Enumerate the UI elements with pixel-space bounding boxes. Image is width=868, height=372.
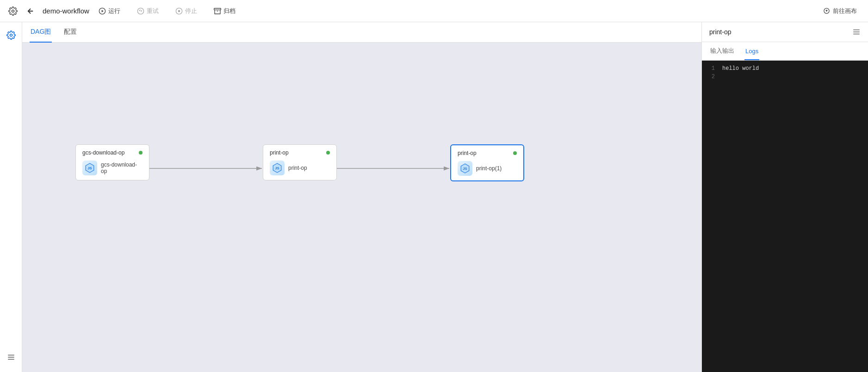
right-panel-menu-icon[interactable] bbox=[852, 28, 861, 36]
right-tab-logs[interactable]: Logs bbox=[744, 43, 759, 60]
gear-icon-top bbox=[7, 6, 19, 17]
logs-panel[interactable]: 1 hello world 2 bbox=[702, 61, 868, 372]
run-button[interactable]: 运行 bbox=[95, 5, 124, 17]
right-panel-title: print-op bbox=[709, 28, 731, 36]
node2-title: print-op bbox=[270, 149, 289, 156]
dag-arrows bbox=[22, 43, 701, 372]
log-line-2: 2 bbox=[707, 74, 862, 80]
left-sidebar bbox=[0, 22, 22, 372]
tab-config[interactable]: 配置 bbox=[63, 22, 78, 43]
top-bar-left: demo-workflow 运行 重试 bbox=[7, 5, 812, 18]
node3-title: print-op bbox=[458, 150, 477, 156]
toolbar-actions: 运行 重试 停止 bbox=[95, 5, 239, 17]
node1-header: gcs-download-op bbox=[82, 149, 143, 156]
node2-status-dot bbox=[326, 151, 330, 155]
dag-node-print-op-1[interactable]: print-op JS print-op(1) bbox=[450, 144, 524, 181]
svg-text:JS: JS bbox=[87, 166, 92, 170]
top-bar: demo-workflow 运行 重试 bbox=[0, 0, 868, 22]
archive-button[interactable]: 归档 bbox=[210, 5, 239, 17]
node2-header: print-op bbox=[270, 149, 330, 156]
right-panel: print-op 输入输出 Logs 1 hello world bbox=[701, 22, 868, 372]
svg-rect-6 bbox=[214, 8, 221, 10]
right-panel-tabs: 输入输出 Logs bbox=[702, 42, 868, 61]
node2-icon: JS bbox=[270, 161, 285, 175]
node3-header: print-op bbox=[458, 150, 517, 156]
goto-canvas-button[interactable]: 前往画布 bbox=[819, 5, 861, 17]
node2-label: print-op bbox=[288, 165, 307, 171]
node1-title: gcs-download-op bbox=[82, 149, 124, 156]
back-button[interactable] bbox=[24, 5, 37, 18]
sidebar-icon-menu[interactable] bbox=[4, 350, 19, 365]
node3-label: print-op(1) bbox=[476, 165, 502, 172]
stop-button[interactable]: 停止 bbox=[172, 5, 201, 17]
main-layout: DAG图 配置 bbox=[0, 22, 868, 372]
dag-node-print-op[interactable]: print-op JS print-op bbox=[263, 144, 337, 180]
log-line-num-2: 2 bbox=[707, 74, 715, 80]
svg-text:JS: JS bbox=[275, 166, 279, 170]
node1-body: JS gcs-download-op bbox=[82, 161, 143, 175]
log-line-content-1: hello world bbox=[722, 65, 759, 72]
content-area: DAG图 配置 bbox=[22, 22, 701, 372]
svg-text:JS: JS bbox=[463, 167, 467, 171]
node3-body: JS print-op(1) bbox=[458, 161, 517, 176]
sidebar-icon-gear[interactable] bbox=[4, 28, 19, 43]
right-panel-header: print-op bbox=[702, 22, 868, 42]
retry-button[interactable]: 重试 bbox=[133, 5, 162, 17]
workflow-title: demo-workflow bbox=[43, 7, 89, 15]
svg-marker-2 bbox=[102, 10, 104, 12]
svg-rect-5 bbox=[178, 10, 180, 12]
node3-status-dot bbox=[513, 151, 517, 155]
node3-icon: JS bbox=[458, 161, 472, 176]
tabs-bar: DAG图 配置 bbox=[22, 22, 701, 43]
top-bar-right: 前往画布 bbox=[819, 5, 861, 17]
log-line-1: 1 hello world bbox=[707, 65, 862, 72]
sidebar-bottom bbox=[4, 350, 19, 365]
node1-status-dot bbox=[139, 151, 143, 155]
node1-label: gcs-download-op bbox=[101, 161, 143, 174]
node1-icon: JS bbox=[82, 161, 97, 175]
svg-point-8 bbox=[10, 34, 12, 37]
right-tab-io[interactable]: 输入输出 bbox=[709, 42, 735, 61]
svg-point-0 bbox=[12, 10, 14, 12]
dag-canvas[interactable]: gcs-download-op JS gcs-download-op bbox=[22, 43, 701, 372]
log-line-num-1: 1 bbox=[707, 65, 715, 72]
tab-dag[interactable]: DAG图 bbox=[30, 22, 52, 43]
dag-node-gcs-download-op[interactable]: gcs-download-op JS gcs-download-op bbox=[75, 144, 149, 180]
node2-body: JS print-op bbox=[270, 161, 330, 175]
